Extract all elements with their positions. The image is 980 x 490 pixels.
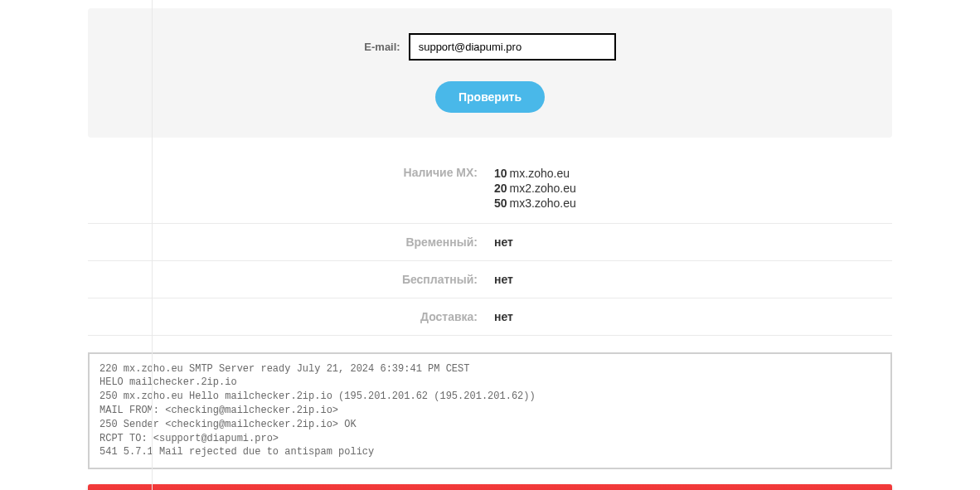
delivery-label: Доставка: — [88, 310, 490, 323]
mx-value: 10mx.zoho.eu 20mx2.zoho.eu 50mx3.zoho.eu — [490, 166, 892, 211]
mx-record-2: 50mx3.zoho.eu — [494, 196, 892, 211]
smtp-log: 220 mx.zoho.eu SMTP Server ready July 21… — [88, 352, 892, 470]
sidebar-divider — [152, 0, 153, 490]
email-form-row: E-mail: — [121, 33, 859, 61]
alert-box: e-mail не существует — [88, 484, 892, 490]
free-value: нет — [490, 273, 892, 286]
temporary-label: Временный: — [88, 235, 490, 249]
free-label: Бесплатный: — [88, 273, 490, 286]
mx-label: Наличие MX: — [88, 166, 490, 179]
free-row: Бесплатный: нет — [88, 261, 892, 298]
mx-record-0: 10mx.zoho.eu — [494, 166, 892, 181]
results-table: Наличие MX: 10mx.zoho.eu 20mx2.zoho.eu 5… — [88, 154, 892, 336]
mx-row: Наличие MX: 10mx.zoho.eu 20mx2.zoho.eu 5… — [88, 154, 892, 224]
delivery-value: нет — [490, 310, 892, 323]
temporary-value: нет — [490, 235, 892, 249]
mx-record-1: 20mx2.zoho.eu — [494, 181, 892, 196]
check-button[interactable]: Проверить — [435, 81, 545, 113]
email-form-section: E-mail: Проверить — [88, 8, 892, 138]
email-input[interactable] — [409, 33, 616, 61]
delivery-row: Доставка: нет — [88, 298, 892, 336]
email-label: E-mail: — [364, 41, 400, 53]
temporary-row: Временный: нет — [88, 224, 892, 261]
